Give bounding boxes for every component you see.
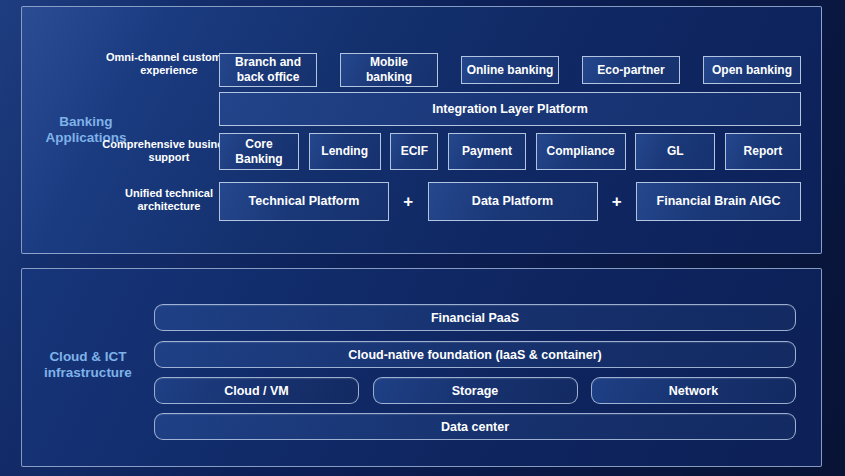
bar-label: Cloud-native foundation (IaaS & containe…	[348, 348, 601, 362]
box-label: Lending	[321, 144, 368, 159]
box-branch-and-back-office: Branch and back office	[219, 53, 317, 87]
box-label: Payment	[462, 144, 512, 159]
box-mobile-banking: Mobile banking	[340, 53, 438, 87]
box-label: Financial Brain AIGC	[657, 194, 781, 209]
box-ecif: ECIF	[390, 133, 438, 170]
box-open-banking: Open banking	[703, 56, 801, 84]
architecture-diagram: Banking Applications Omni-channel custom…	[0, 0, 845, 476]
box-lending: Lending	[309, 133, 381, 170]
box-label: Branch and back office	[220, 55, 316, 85]
platform-row: Technical Platform + Data Platform + Fin…	[219, 182, 801, 221]
box-label: Core Banking	[230, 137, 288, 167]
integration-layer-platform-bar: Integration Layer Platform	[219, 92, 801, 126]
cloud-panel-title: Cloud & ICT infrastructure	[22, 349, 154, 381]
business-support-row: Core Banking Lending ECIF Payment Compli…	[219, 133, 801, 170]
box-gl: GL	[635, 133, 715, 170]
box-label: Network	[669, 384, 718, 398]
box-eco-partner: Eco-partner	[582, 56, 680, 84]
box-payment: Payment	[448, 133, 526, 170]
box-label: Online banking	[467, 63, 554, 78]
box-core-banking: Core Banking	[219, 133, 299, 170]
box-label: Technical Platform	[249, 194, 360, 209]
cloud-ict-panel: Cloud & ICT infrastructure Financial Paa…	[21, 268, 822, 467]
bar-label: Data center	[441, 420, 509, 434]
bar-data-center: Data center	[154, 413, 796, 440]
box-report: Report	[725, 133, 801, 170]
box-label: Open banking	[712, 63, 792, 78]
box-online-banking: Online banking	[461, 56, 559, 84]
box-label: Storage	[452, 384, 499, 398]
box-technical-platform: Technical Platform	[219, 182, 389, 221]
box-data-platform: Data Platform	[428, 182, 598, 221]
box-storage: Storage	[373, 377, 578, 404]
bar-label: Integration Layer Platform	[432, 102, 588, 116]
box-label: Mobile banking	[360, 55, 418, 85]
plus-sign: +	[598, 192, 637, 212]
plus-sign: +	[389, 192, 428, 212]
box-network: Network	[591, 377, 796, 404]
box-compliance: Compliance	[536, 133, 626, 170]
box-label: Cloud / VM	[224, 384, 289, 398]
banking-applications-panel: Banking Applications Omni-channel custom…	[21, 6, 822, 254]
bar-label: Financial PaaS	[431, 311, 519, 325]
box-label: ECIF	[401, 144, 428, 159]
box-label: Compliance	[547, 144, 615, 159]
bar-financial-paas: Financial PaaS	[154, 304, 796, 331]
box-financial-brain-aigc: Financial Brain AIGC	[636, 182, 801, 221]
infrastructure-row: Cloud / VM Storage Network	[154, 377, 796, 404]
box-label: GL	[667, 144, 684, 159]
box-label: Eco-partner	[597, 63, 664, 78]
box-label: Data Platform	[472, 194, 553, 209]
bar-cloud-native-foundation: Cloud-native foundation (IaaS & containe…	[154, 341, 796, 368]
box-cloud-vm: Cloud / VM	[154, 377, 359, 404]
box-label: Report	[744, 144, 783, 159]
channel-row: Branch and back office Mobile banking On…	[219, 53, 801, 87]
